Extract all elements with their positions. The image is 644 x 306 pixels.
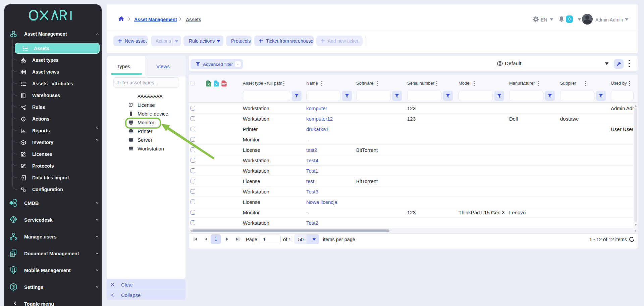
svg-text:X: X xyxy=(208,82,210,86)
svg-text:X: X xyxy=(215,82,218,86)
svg-text:PDF: PDF xyxy=(222,83,226,85)
